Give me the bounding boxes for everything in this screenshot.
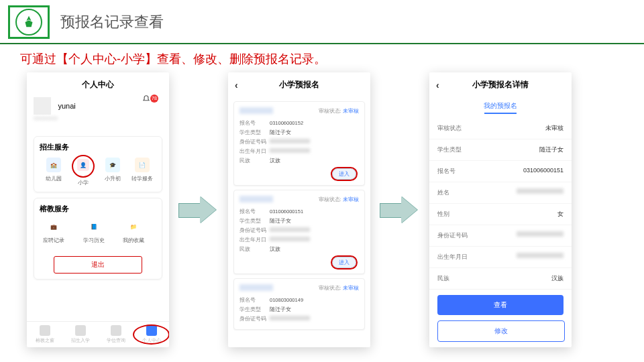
- detail-row: 身份证号码: [429, 225, 572, 247]
- service-junior[interactable]: 🎓 小升初: [99, 158, 127, 186]
- screen-title: 个人中心: [27, 72, 169, 93]
- transfer-icon: 📄: [135, 158, 150, 172]
- enroll-icon: [75, 325, 86, 336]
- back-button[interactable]: ‹: [436, 80, 439, 90]
- junior-icon: 🎓: [105, 158, 120, 172]
- detail-row: 姓名: [429, 182, 572, 204]
- page-header: 预报名记录查看: [0, 0, 644, 44]
- nav-home[interactable]: 榕教之窗: [27, 325, 62, 344]
- logo-box: [8, 5, 50, 39]
- page-title: 预报名记录查看: [60, 12, 164, 32]
- screenshots-row: 个人中心 78 yunai xxxxxxxx 招生服务 🏫 幼儿园 👤: [0, 72, 644, 347]
- edit-button[interactable]: 修改: [437, 320, 565, 342]
- instruction-text: 可通过【个人中心-小学】查看、修改、删除预报名记录。: [0, 44, 644, 72]
- record-row: 出生年月日: [239, 147, 359, 156]
- record-row: 出生年月日: [239, 235, 359, 245]
- view-button[interactable]: 查看: [437, 295, 564, 315]
- enter-button[interactable]: 进入: [332, 168, 356, 180]
- seat-icon: [111, 325, 121, 336]
- card-title: 招生服务: [40, 142, 156, 152]
- status-value: 未审核: [343, 285, 359, 291]
- arrow-right-icon: [178, 195, 219, 225]
- status-label: 审核状态:: [319, 196, 341, 202]
- service-transfer[interactable]: 📄 转学服务: [128, 158, 156, 186]
- record-row: 学生类型随迁子女: [239, 128, 359, 137]
- nav-enroll[interactable]: 招生入学: [62, 325, 98, 344]
- user-sub-blur: xxxxxxxx: [34, 115, 162, 121]
- logout-button[interactable]: 退出: [54, 256, 142, 274]
- status-value: 未审核: [343, 196, 359, 202]
- avatar[interactable]: [34, 97, 51, 115]
- tab-underline: [484, 113, 517, 114]
- record-row: 报名号031006000152: [239, 119, 359, 128]
- enrollment-services-card: 招生服务 🏫 幼儿园 👤 小学 🎓 小升初 📄: [34, 136, 162, 192]
- username: yunai: [58, 102, 75, 110]
- bell-icon: [142, 95, 151, 104]
- kindergarten-icon: 🏫: [46, 158, 61, 172]
- primary-icon: 👤: [77, 159, 89, 171]
- record-row: 身份证号码: [239, 226, 359, 235]
- bottom-nav: 榕教之窗 招生入学 学位查询 个人中心: [27, 321, 169, 347]
- phone-personal-center: 个人中心 78 yunai xxxxxxxx 招生服务 🏫 幼儿园 👤: [27, 72, 169, 347]
- detail-row: 民族汉族: [429, 268, 572, 290]
- record-row: 身份证号码: [239, 314, 359, 324]
- record-row: 民族汉族: [239, 245, 359, 254]
- study-history[interactable]: 📘 学习历史: [80, 219, 108, 244]
- book-icon: 📘: [87, 219, 101, 234]
- detail-row: 性别女: [429, 204, 572, 225]
- home-icon: [40, 325, 50, 336]
- record-row: 身份证号码: [239, 137, 359, 147]
- user-icon: [146, 325, 157, 336]
- detail-row: 出生年月日: [429, 247, 572, 268]
- phone-registration-detail: ‹ 小学预报名详情 我的预报名 审核状态未审核学生类型随迁子女报名号031006…: [429, 72, 572, 347]
- detail-row: 学生类型随迁子女: [429, 139, 572, 161]
- name-blur: [239, 284, 273, 291]
- name-blur: [239, 196, 273, 202]
- detail-row: 报名号031006000151: [429, 161, 572, 182]
- enter-button[interactable]: 进入: [332, 257, 356, 268]
- edu-services-card: 榕教服务 💼 应聘记录 📘 学习历史 📁 我的收藏 退出: [34, 198, 162, 280]
- apply-record[interactable]: 💼 应聘记录: [40, 219, 68, 244]
- folder-icon: 📁: [126, 219, 141, 234]
- record-row: 民族汉族: [239, 156, 359, 166]
- arrow-right-icon: [380, 195, 420, 225]
- briefcase-icon: 💼: [46, 219, 61, 234]
- record-row: 报名号031006000151: [239, 207, 359, 217]
- notification-bell[interactable]: 78: [142, 95, 161, 107]
- service-primary[interactable]: 👤 小学: [69, 158, 97, 186]
- record-row: 学生类型随迁子女: [239, 305, 359, 314]
- badge-count: 78: [150, 95, 158, 103]
- screen-title: 小学预报名: [279, 79, 319, 90]
- my-favorites[interactable]: 📁 我的收藏: [120, 219, 148, 244]
- registration-card: 审核状态: 未审核报名号031006000152学生类型随迁子女身份证号码出生年…: [233, 101, 365, 186]
- school-logo-icon: [15, 9, 42, 36]
- status-label: 审核状态:: [319, 108, 341, 114]
- status-label: 审核状态:: [319, 285, 341, 291]
- nav-seat[interactable]: 学位查询: [98, 325, 133, 344]
- record-row: 报名号010803000149: [239, 296, 359, 305]
- nav-personal[interactable]: 个人中心: [133, 325, 169, 344]
- tab-my-registration[interactable]: 我的预报名: [429, 97, 572, 118]
- back-button[interactable]: ‹: [235, 80, 238, 90]
- status-value: 未审核: [343, 108, 359, 114]
- detail-row: 审核状态未审核: [429, 118, 572, 139]
- phone-registration-list: ‹ 小学预报名 审核状态: 未审核报名号031006000152学生类型随迁子女…: [228, 72, 370, 347]
- service-kindergarten[interactable]: 🏫 幼儿园: [40, 158, 68, 186]
- screen-title: 小学预报名详情: [472, 79, 529, 90]
- registration-card: 审核状态: 未审核报名号031006000151学生类型随迁子女身份证号码出生年…: [233, 190, 365, 274]
- registration-card: 审核状态: 未审核报名号010803000149学生类型随迁子女身份证号码: [233, 278, 365, 330]
- record-row: 学生类型随迁子女: [239, 217, 359, 226]
- card-title: 榕教服务: [40, 204, 156, 214]
- name-blur: [239, 107, 273, 114]
- primary-highlight-circle: 👤: [72, 155, 95, 178]
